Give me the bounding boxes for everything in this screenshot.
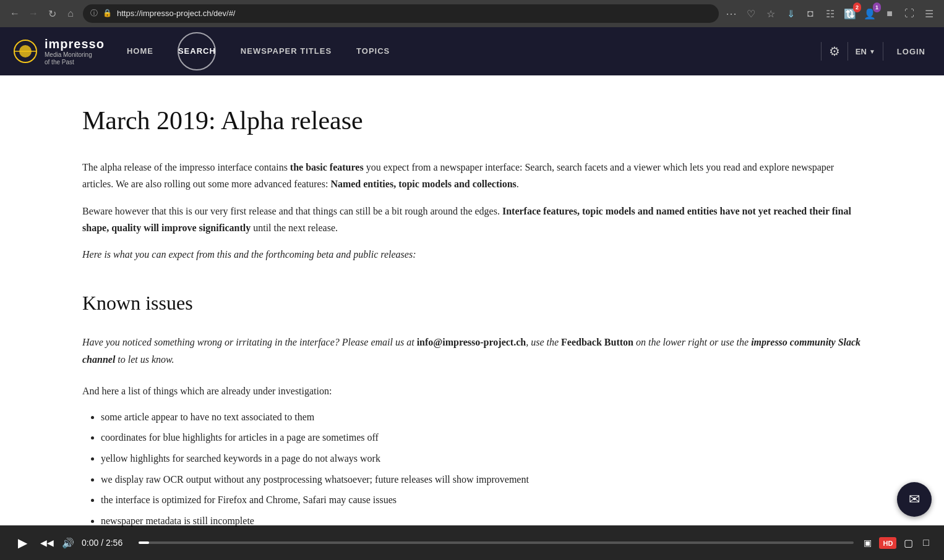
back-button[interactable]: ← xyxy=(6,5,24,22)
investigation-intro: And here a list of things which are alre… xyxy=(82,383,862,399)
language-selector[interactable]: EN ▼ xyxy=(856,47,875,56)
logo-graphic xyxy=(12,38,38,64)
reader-view-button[interactable]: ☷ xyxy=(822,5,839,22)
known-issues-contact: Have you noticed something wrong or irri… xyxy=(82,334,862,367)
video-volume-button[interactable]: 🔊 xyxy=(62,537,74,549)
star-button[interactable]: ☆ xyxy=(762,5,779,22)
bookmark-button[interactable]: ♡ xyxy=(742,5,760,22)
video-time-display: 0:00 / 2:56 xyxy=(82,536,131,549)
screenshot-button[interactable]: ⛶ xyxy=(901,5,918,22)
intro-paragraph-1: The alpha release of the impresso interf… xyxy=(82,159,862,192)
video-theater-button[interactable]: □ xyxy=(920,535,932,551)
reload-button[interactable]: ↻ xyxy=(43,5,61,22)
url-text: https://impresso-project.ch/dev/#/ xyxy=(117,7,711,20)
nav-item-search[interactable]: SEARCH xyxy=(166,27,228,75)
header-separator-3 xyxy=(883,42,883,61)
video-progress-bar[interactable] xyxy=(139,541,854,544)
list-item: we display raw OCR output without any po… xyxy=(101,472,862,488)
extensions-button[interactable]: ◘ xyxy=(802,5,819,22)
main-nav: HOME SEARCH NEWSPAPER TITLES TOPICS xyxy=(114,27,821,75)
info-icon: ⓘ xyxy=(90,7,98,19)
notification-badge-area-2: 👤 1 xyxy=(861,5,878,22)
nav-item-newspaper-titles[interactable]: NEWSPAPER TITLES xyxy=(228,27,344,75)
nav-item-topics[interactable]: TOPICS xyxy=(344,27,402,75)
logo-area[interactable]: impresso Media Monitoring of the Past xyxy=(12,36,105,66)
login-button[interactable]: LOGIN xyxy=(891,43,932,60)
forward-button[interactable]: → xyxy=(25,5,42,22)
hd-label: HD xyxy=(883,540,893,547)
notification-badge-area: 🔃 2 xyxy=(841,5,859,22)
email-link[interactable]: info@impresso-project.ch xyxy=(417,337,526,347)
sync-badge: 2 xyxy=(853,2,861,12)
download-button[interactable]: ⇓ xyxy=(782,5,799,22)
video-quality-button[interactable]: HD xyxy=(879,537,896,549)
intro-paragraph-2: Beware however that this is our very fir… xyxy=(82,203,862,236)
header-right: ⚙ EN ▼ LOGIN xyxy=(821,42,932,61)
forthcoming-paragraph: Here is what you can expect from this an… xyxy=(82,246,862,263)
header-separator-2 xyxy=(847,42,848,61)
feedback-button-ref: Feedback Button xyxy=(561,337,633,347)
list-item: yellow highlights for searched keywords … xyxy=(101,451,862,467)
browser-toolbar-right: ⋯ ♡ ☆ ⇓ ◘ ☷ 🔃 2 👤 1 ■ ⛶ ☰ xyxy=(723,5,938,22)
video-skip-forward-button[interactable]: ◀◀ xyxy=(40,535,54,550)
header-separator-1 xyxy=(821,42,822,61)
profile-badge: 1 xyxy=(873,2,881,12)
bold-interface-features: Interface features, topic models and nam… xyxy=(82,206,851,233)
investigation-list: some article appear to have no text asso… xyxy=(101,409,862,529)
video-player-bar: ▶ ◀◀ 🔊 0:00 / 2:56 ▣ HD ▢ □ xyxy=(0,525,944,560)
hd-badge-container: HD xyxy=(879,535,896,551)
browser-nav-buttons: ← → ↻ ⌂ xyxy=(6,5,79,22)
toolbar-more-button[interactable]: ☰ xyxy=(920,5,938,22)
logo-subtitle: Media Monitoring of the Past xyxy=(45,51,105,66)
page-title: March 2019: Alpha release xyxy=(82,100,862,142)
known-issues-heading: Known issues xyxy=(82,287,862,319)
feedback-button[interactable]: ✉ xyxy=(897,482,932,517)
bold-named-entities: Named entities, topic models and collect… xyxy=(330,179,516,189)
bold-basic-features: the basic features xyxy=(290,162,364,172)
video-progress-fill xyxy=(139,541,149,544)
logo-text-area: impresso Media Monitoring of the Past xyxy=(45,36,105,66)
home-browser-button[interactable]: ⌂ xyxy=(62,5,79,22)
address-bar[interactable]: ⓘ 🔒 https://impresso-project.ch/dev/#/ xyxy=(83,4,719,23)
app-header: impresso Media Monitoring of the Past HO… xyxy=(0,27,944,75)
video-play-button[interactable]: ▶ xyxy=(12,533,32,553)
main-content: March 2019: Alpha release The alpha rele… xyxy=(39,75,905,560)
list-item: coordinates for blue highlights for arti… xyxy=(101,430,862,446)
video-pip-button[interactable]: ▢ xyxy=(901,535,916,551)
feedback-icon: ✉ xyxy=(909,491,920,507)
list-item: some article appear to have no text asso… xyxy=(101,409,862,425)
more-button[interactable]: ⋯ xyxy=(723,5,740,22)
chevron-down-icon: ▼ xyxy=(869,48,875,55)
lock-icon: 🔒 xyxy=(103,7,112,19)
browser-chrome: ← → ↻ ⌂ ⓘ 🔒 https://impresso-project.ch/… xyxy=(0,0,944,27)
nav-item-home[interactable]: HOME xyxy=(114,27,166,75)
video-controls-right: ▣ HD ▢ □ xyxy=(861,535,932,551)
logo-brand-name: impresso xyxy=(45,36,105,51)
settings-button[interactable]: ⚙ xyxy=(829,44,840,59)
grid-button[interactable]: ■ xyxy=(881,5,898,22)
list-item: the interface is optimized for Firefox a… xyxy=(101,492,862,508)
video-subtitles-button[interactable]: ▣ xyxy=(861,535,874,550)
